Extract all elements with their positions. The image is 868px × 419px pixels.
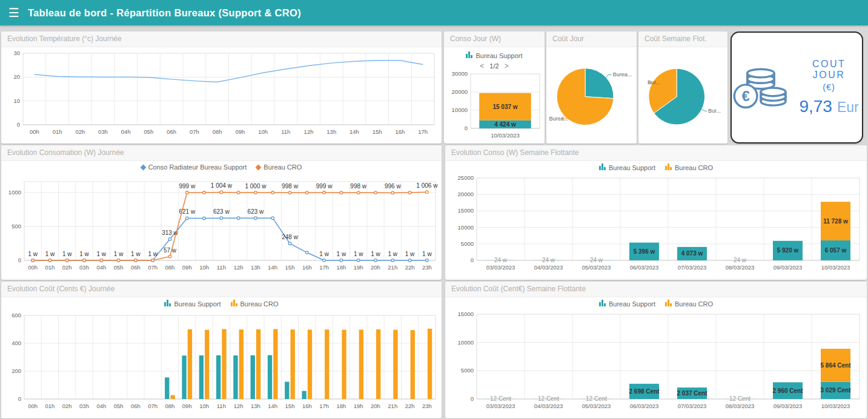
legend-item-bureau-cro[interactable]: Bureau CRO bbox=[231, 300, 279, 308]
svg-text:03/03/2023: 03/03/2023 bbox=[486, 264, 515, 271]
svg-text:30000: 30000 bbox=[452, 70, 468, 77]
svg-text:06/03/2023: 06/03/2023 bbox=[630, 264, 659, 271]
svg-text:19h: 19h bbox=[354, 403, 363, 409]
svg-text:10/03/2023: 10/03/2023 bbox=[491, 132, 520, 139]
svg-text:1 w: 1 w bbox=[131, 251, 141, 257]
panel-conso-journee: Evolution Consomation (W) Journée Conso … bbox=[1, 145, 442, 280]
svg-text:200: 200 bbox=[12, 368, 21, 374]
svg-text:15h: 15h bbox=[373, 128, 382, 135]
svg-text:20h: 20h bbox=[371, 403, 380, 409]
svg-text:09/03/2023: 09/03/2023 bbox=[774, 264, 803, 271]
svg-text:1 w: 1 w bbox=[79, 251, 89, 257]
legend-item-conso-radiateur[interactable]: Conso Radiateur Bureau Support bbox=[141, 163, 247, 171]
svg-text:15h: 15h bbox=[285, 403, 295, 409]
diamond-marker-icon bbox=[140, 165, 146, 171]
svg-text:4 073 w: 4 073 w bbox=[681, 250, 703, 257]
svg-text:20: 20 bbox=[13, 73, 20, 80]
svg-text:10000: 10000 bbox=[458, 224, 474, 231]
panel-temperature: Evolution Température (°c) Journée 01020… bbox=[1, 31, 442, 144]
legend-item-bureau-support[interactable]: Bureau Support bbox=[599, 163, 655, 171]
legend-prev-arrow[interactable]: < bbox=[480, 62, 484, 70]
bar-chart-icon bbox=[466, 51, 472, 58]
svg-text:10h: 10h bbox=[199, 403, 209, 409]
chart-legend: Bureau Support Bureau CRO bbox=[445, 297, 867, 309]
svg-text:06/03/2023: 06/03/2023 bbox=[630, 403, 659, 409]
bar-chart-icon bbox=[231, 300, 237, 306]
svg-text:05/03/2023: 05/03/2023 bbox=[582, 403, 611, 409]
svg-text:20000: 20000 bbox=[458, 191, 474, 197]
svg-text:0: 0 bbox=[17, 121, 20, 128]
svg-text:1 w: 1 w bbox=[337, 251, 346, 257]
svg-text:18h: 18h bbox=[336, 264, 346, 271]
svg-text:13h: 13h bbox=[251, 403, 260, 409]
panel-title: Evolution Coût (Cent€) Semaine Flottante bbox=[445, 282, 867, 297]
legend-item-bureau-support[interactable]: Bureau Support bbox=[164, 300, 220, 308]
svg-text:15 037 w: 15 037 w bbox=[492, 104, 517, 110]
svg-text:Bur...: Bur... bbox=[708, 108, 721, 114]
svg-text:00h: 00h bbox=[30, 128, 39, 135]
legend-item-bureau-cro[interactable]: Bureau CRO bbox=[665, 300, 713, 308]
svg-text:16h: 16h bbox=[302, 403, 312, 409]
top-bar: ☰ Tableau de bord - Répartition Bureaux … bbox=[0, 0, 868, 25]
page-title: Tableau de bord - Répartition Bureaux (S… bbox=[28, 7, 301, 19]
svg-text:1 w: 1 w bbox=[405, 251, 415, 257]
svg-text:999 w: 999 w bbox=[179, 183, 195, 190]
svg-text:999 w: 999 w bbox=[316, 183, 333, 190]
svg-text:03h: 03h bbox=[98, 128, 108, 135]
svg-text:10/03/2023: 10/03/2023 bbox=[821, 403, 850, 409]
svg-text:23h: 23h bbox=[422, 264, 432, 271]
svg-text:13h: 13h bbox=[326, 128, 336, 135]
svg-text:1 w: 1 w bbox=[97, 251, 107, 257]
svg-text:02h: 02h bbox=[75, 128, 85, 135]
svg-text:4 424 w: 4 424 w bbox=[494, 121, 516, 128]
svg-text:17h: 17h bbox=[418, 128, 428, 135]
svg-text:22h: 22h bbox=[405, 264, 415, 271]
legend-item-bureau-support[interactable]: Bureau Support bbox=[599, 300, 655, 308]
svg-text:11h: 11h bbox=[217, 264, 226, 271]
svg-text:12 Cent: 12 Cent bbox=[490, 395, 511, 402]
svg-text:15h: 15h bbox=[285, 264, 295, 271]
svg-text:25000: 25000 bbox=[458, 174, 474, 181]
svg-text:12 Cent: 12 Cent bbox=[586, 395, 607, 402]
bar-chart-icon bbox=[164, 300, 171, 306]
svg-text:1 w: 1 w bbox=[371, 251, 380, 257]
legend-item-bureau-support[interactable]: Bureau Support bbox=[466, 51, 522, 59]
chart-legend: Bureau Support bbox=[444, 49, 545, 61]
legend-item-bureau-cro[interactable]: Bureau CRO bbox=[256, 163, 302, 171]
svg-text:3 029 Cent: 3 029 Cent bbox=[820, 387, 851, 394]
hamburger-menu-icon[interactable]: ☰ bbox=[8, 7, 19, 19]
svg-text:24 w: 24 w bbox=[542, 257, 555, 263]
svg-text:07/03/2023: 07/03/2023 bbox=[678, 264, 707, 271]
chart-legend: Conso Radiateur Bureau Support Bureau CR… bbox=[1, 161, 442, 173]
bar-chart-icon bbox=[665, 300, 672, 306]
svg-text:08h: 08h bbox=[165, 264, 175, 271]
svg-text:248 w: 248 w bbox=[282, 234, 298, 240]
svg-text:24 w: 24 w bbox=[590, 257, 603, 263]
svg-text:00h: 00h bbox=[28, 264, 38, 271]
bar-chart-icon bbox=[599, 300, 606, 306]
chart-legend: Bureau Support Bureau CRO bbox=[445, 161, 867, 173]
svg-text:11 728 w: 11 728 w bbox=[823, 218, 848, 225]
cout-jour-pie-chart: Burea...Burea... bbox=[546, 47, 637, 142]
svg-text:10: 10 bbox=[13, 97, 20, 104]
svg-text:1 w: 1 w bbox=[45, 251, 55, 257]
svg-text:2 037 Cent: 2 037 Cent bbox=[677, 390, 707, 397]
svg-text:07h: 07h bbox=[190, 128, 199, 135]
svg-text:20000: 20000 bbox=[452, 88, 468, 95]
legend-next-arrow[interactable]: > bbox=[505, 62, 509, 70]
panel-cout-jour-pie: Coût Jour Burea...Burea... bbox=[546, 31, 637, 144]
legend-item-bureau-cro[interactable]: Bureau CRO bbox=[665, 163, 713, 171]
svg-text:Burea...: Burea... bbox=[549, 116, 568, 122]
svg-text:08/03/2023: 08/03/2023 bbox=[726, 264, 755, 271]
svg-text:Burea...: Burea... bbox=[613, 71, 632, 78]
svg-text:30: 30 bbox=[13, 50, 20, 56]
conso-jour-chart: 010000200003000010/03/20234 424 w15 037 … bbox=[444, 70, 545, 142]
panel-title: Evolution Conso (W) Semaine Flottante bbox=[445, 145, 867, 161]
svg-text:18h: 18h bbox=[336, 403, 346, 409]
svg-text:24 w: 24 w bbox=[734, 257, 747, 263]
svg-text:07h: 07h bbox=[148, 403, 157, 409]
svg-text:10/03/2023: 10/03/2023 bbox=[821, 264, 850, 271]
svg-text:1000: 1000 bbox=[8, 189, 21, 196]
cout-jour-card: € COUT JOUR (€) 9,73 Eur bbox=[731, 31, 863, 144]
svg-text:08h: 08h bbox=[213, 128, 222, 135]
